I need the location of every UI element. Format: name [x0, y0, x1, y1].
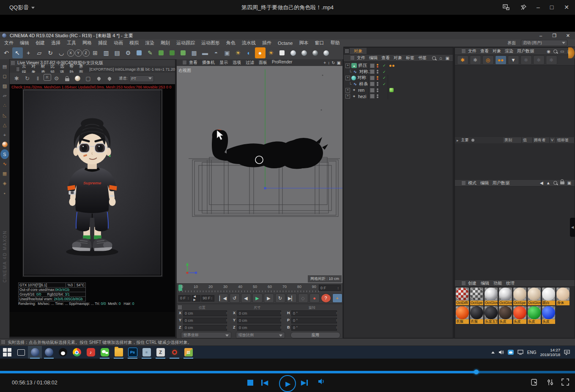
taskbar-clock[interactable]: 14:272019/10/18 — [540, 348, 560, 357]
right-panel-menu-4[interactable]: 用户数据 — [517, 48, 534, 54]
material-OctGlos-5[interactable]: OctGlos — [528, 288, 542, 305]
c4d-menu-6[interactable]: 捕捉 — [98, 40, 107, 46]
layer-column-2[interactable]: 拥有者 — [533, 137, 550, 143]
taskbar-cinema4d-front[interactable] — [28, 346, 42, 359]
material-preview-ball[interactable] — [542, 288, 555, 301]
mograph-effector-icon[interactable] — [178, 47, 189, 58]
screenshot-icon[interactable] — [531, 379, 538, 386]
loop-icon[interactable]: ↻ — [275, 293, 285, 303]
panel-grip-icon[interactable] — [350, 56, 354, 60]
enable-check-icon[interactable]: ✓ — [383, 76, 386, 80]
c4d-menu-5[interactable]: 网格 — [82, 40, 92, 46]
object-row-对称.1[interactable]: └∿对称.1✓ — [344, 69, 453, 75]
action-center-icon[interactable] — [564, 350, 570, 355]
c4d-menu-3[interactable]: 选择 — [51, 40, 60, 46]
object-row-ren[interactable]: +⌖ren — [344, 87, 453, 93]
move-lock-icon[interactable]: + — [332, 293, 342, 303]
c4d-restore-button[interactable]: ❐ — [552, 32, 556, 39]
viewport-menu-6[interactable]: ProRender — [272, 60, 292, 66]
expand-toggle-icon[interactable]: + — [345, 94, 350, 99]
c4d-menu-9[interactable]: 渲染 — [145, 40, 154, 46]
tray-expand-icon[interactable] — [491, 351, 495, 354]
axis-y-icon[interactable]: Y — [75, 49, 82, 57]
object-label[interactable]: 样条 — [359, 81, 368, 87]
panel-grip-icon[interactable] — [183, 60, 186, 65]
last-frame-field[interactable]: 90 F↕ — [201, 295, 214, 302]
ghost-1-icon[interactable]: ✱ — [520, 55, 532, 65]
c4d-close-button[interactable]: ✕ — [566, 32, 570, 39]
material-OctSpe-1[interactable]: OctSpe — [470, 288, 485, 305]
material-manager-menu-1[interactable]: 编辑 — [481, 280, 489, 286]
octane-sphere-4-icon[interactable] — [321, 47, 331, 58]
live-selection-icon[interactable]: ↖ — [12, 47, 23, 58]
sculpt-mode-icon[interactable]: S — [0, 149, 9, 159]
scale-icon[interactable]: ▱ — [34, 47, 45, 58]
move-icon[interactable]: + — [23, 47, 34, 58]
taskbar-wechat[interactable] — [98, 346, 112, 359]
right-panel-menu-3[interactable]: 渲染 — [505, 48, 513, 54]
c4d-menu-15[interactable]: 插件 — [262, 40, 271, 46]
size-y-field[interactable]: 0 cm — [237, 318, 281, 323]
last-tool-icon[interactable]: ◡ — [56, 47, 67, 58]
viewport-menu-2[interactable]: 显示 — [219, 60, 228, 66]
paint-ball-icon[interactable] — [0, 140, 9, 149]
visibility-dots-icon[interactable] — [377, 82, 378, 86]
viewport-toggle-icon[interactable]: ▣ — [337, 60, 341, 65]
expand-toggle-icon[interactable]: + — [345, 76, 350, 80]
goto-start-icon[interactable]: ▏◀ — [218, 293, 228, 303]
panel-grip-icon[interactable] — [16, 67, 19, 71]
right-panel-menu-1[interactable]: 查看 — [480, 48, 489, 54]
panel-grip-icon[interactable] — [462, 49, 465, 53]
octane-logo-icon[interactable]: ✱ — [12, 74, 22, 83]
uv-checker-icon[interactable]: ▦ — [0, 169, 9, 178]
viewport-zoom-icon[interactable]: ↕ — [328, 60, 330, 65]
material-preview-ball[interactable] — [456, 306, 469, 319]
restart-render-icon[interactable]: ↻ — [22, 74, 33, 83]
c4d-menu-11[interactable]: 运动跟踪 — [176, 40, 195, 46]
docked-palette-icon[interactable] — [568, 47, 575, 58]
goto-end-icon[interactable]: ▶▏ — [287, 293, 297, 303]
object-manager-menu-5[interactable]: 书签 — [418, 55, 427, 61]
c4d-menu-1[interactable]: 编辑 — [20, 40, 29, 46]
subdivision-surface-icon[interactable]: ▩ — [189, 47, 200, 58]
frame-step-buttons[interactable]: ◀ ▶ — [192, 295, 200, 302]
taskbar-chrome[interactable] — [70, 346, 84, 359]
material-preview-ball[interactable] — [470, 288, 483, 301]
taskbar-task-view[interactable] — [14, 346, 28, 359]
material-picker-icon[interactable] — [104, 74, 115, 83]
maximize-button[interactable]: □ — [545, 1, 558, 14]
object-manager-menu-2[interactable]: 查看 — [381, 55, 390, 61]
panel-grip-icon[interactable] — [462, 281, 465, 285]
c4d-menu-10[interactable]: 雕刻 — [161, 40, 170, 46]
position-y-field[interactable]: 0 cm — [183, 318, 227, 323]
attribute-manager-menu-0[interactable]: 模式 — [468, 180, 476, 186]
always-on-top-pin-icon[interactable] — [517, 1, 529, 14]
model-mode-icon[interactable]: ◻ — [0, 71, 9, 81]
frame-all-icon[interactable]: ▣ — [446, 56, 449, 60]
effector-tag-icon[interactable] — [389, 65, 394, 67]
viewport-menu-3[interactable]: 选项 — [233, 60, 241, 66]
visibility-dots-icon[interactable] — [377, 88, 378, 92]
material-身体-7[interactable]: 身体 — [556, 288, 571, 305]
network-icon[interactable] — [518, 350, 523, 355]
object-row-对称[interactable]: +对称✓ — [344, 75, 453, 81]
visibility-dots-icon[interactable] — [377, 94, 378, 98]
snap-mode-icon[interactable]: ◈ — [0, 178, 9, 188]
c4d-minimize-button[interactable]: – — [539, 32, 542, 39]
material-头皮-12[interactable]: 头皮 — [513, 306, 528, 324]
panel-grip-icon[interactable] — [462, 181, 465, 185]
octane-sphere-1-icon[interactable] — [288, 47, 298, 58]
axis-z-icon[interactable]: Z — [82, 49, 90, 57]
lock-resolution-icon[interactable] — [62, 74, 72, 83]
layer-column-1[interactable]: 值 — [522, 137, 533, 143]
object-label[interactable]: ren — [358, 88, 364, 93]
material-preview-ball[interactable] — [528, 306, 541, 319]
material-衣服-9[interactable]: 衣服 — [470, 306, 485, 324]
help-icon[interactable]: ? — [321, 293, 331, 303]
layer-toggle[interactable] — [370, 63, 375, 68]
object-manager-menu-0[interactable]: 文件 — [357, 55, 365, 61]
volume-icon[interactable] — [498, 350, 504, 355]
autokey-icon[interactable]: ● — [309, 293, 320, 303]
material-preview-ball[interactable] — [456, 288, 469, 301]
attribute-manager-menu-2[interactable]: 用户数据 — [493, 180, 509, 186]
